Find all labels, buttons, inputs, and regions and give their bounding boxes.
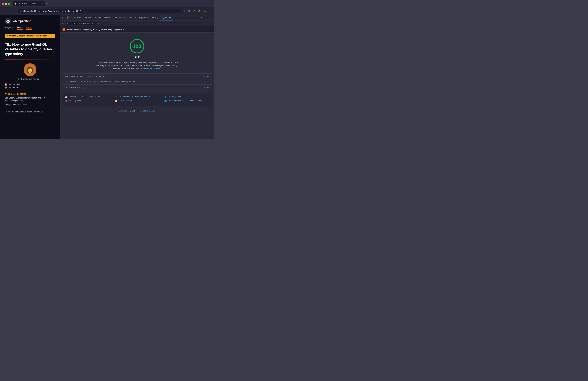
forward-button[interactable]: → (7, 9, 11, 13)
captured-at-text: Captured at Feb 13, 2022, 7:56 PM GMT (69, 96, 101, 98)
nav-about[interactable]: About (26, 26, 32, 30)
passed-audits-header[interactable]: PASSED AUDITS (14) Show (63, 85, 211, 91)
read-icon: ⚡ (5, 86, 7, 89)
brave-shield-icon[interactable]: 🛡 (192, 9, 196, 13)
device-toggle-button[interactable]: 📱 (65, 16, 70, 20)
lighthouse-url-text: https://mk2-p4nth3rblog.netlify.app/blog… (67, 28, 208, 31)
devtools-settings-icons: ⚙ ⋮ ✕ (200, 16, 213, 20)
nav-projects[interactable]: Projects (5, 26, 13, 30)
site-logo: 🐼 (5, 18, 11, 24)
site-header: 🐼 whitep4nth3r (0, 15, 60, 26)
title-divider (5, 59, 55, 60)
devtools-close-button[interactable]: ✕ (209, 16, 213, 20)
tab-close-button[interactable]: × (42, 3, 43, 5)
devtools-session-row: + ◎ 19:56:07 - mk2-p4nth3rblog.n ▾ ⊘ (60, 21, 214, 26)
additional-items-header[interactable]: ADDITIONAL ITEMS TO MANUALLY CHECK (1) S… (63, 74, 211, 80)
tab-security[interactable]: Security (150, 15, 160, 21)
devtools-settings-button[interactable]: ⚙ (200, 16, 204, 20)
additional-items-section: ADDITIONAL ITEMS TO MANUALLY CHECK (1) S… (63, 73, 211, 85)
bookmark-button[interactable]: ☆ (183, 9, 186, 13)
initial-load-text: Initial page load (68, 100, 81, 102)
close-traffic-light[interactable] (2, 3, 4, 5)
brave-lens-icon[interactable]: 👓 (203, 9, 207, 13)
passed-audits-section: PASSED AUDITS (14) Show (63, 85, 211, 91)
back-button[interactable]: ← (2, 9, 6, 13)
lighthouse-url-bar: ! https://mk2-p4nth3rblog.netlify.app/bl… (60, 26, 214, 33)
blog-sidebar: 🐼 whitep4nth3r Projects Posts About ↻ Or… (0, 15, 60, 139)
additional-items-label: ADDITIONAL ITEMS TO MANUALLY CHECK (1) (65, 76, 107, 78)
toc-arrow-1: → (23, 100, 25, 102)
footer-initial-load: ⏱ Initial page load (65, 100, 110, 102)
user-icon: 👤 (164, 96, 167, 98)
tab-elements[interactable]: Elements (71, 15, 82, 21)
url-input[interactable] (18, 9, 181, 13)
site-name: whitep4nth3r (13, 20, 31, 23)
author-emoji: 👩 (26, 66, 34, 73)
footer-col-1: 📅 Captured at Feb 13, 2022, 7:56 PM GMT … (65, 96, 110, 104)
lock-icon: 🔒 (19, 10, 22, 12)
maximize-traffic-light[interactable] (8, 3, 10, 5)
tab-network[interactable]: Network (103, 15, 113, 21)
url-container: 🔒 (18, 9, 181, 13)
session-clear-button[interactable]: ⊘ (97, 22, 101, 25)
lighthouse-score-section: 100 SEO These checks ensure that your pa… (60, 36, 214, 73)
toc-item-1[interactable]: Use GraphQL variables for type safety an… (5, 96, 55, 102)
devtools-panel: ⬚ 📱 Elements Console Sources Network Per… (60, 15, 214, 139)
emulated-device-link[interactable]: Emulated Moto G4 with Lighthouse 9.1.0 (118, 96, 150, 98)
devtools-tabs: Elements Console Sources Network Perform… (70, 15, 173, 21)
read-time: ⚡ 4 min read (5, 86, 55, 89)
throttling-link[interactable]: Slow 4G throttling (118, 100, 132, 102)
devtools-toolbar: ⬚ 📱 Elements Console Sources Network Per… (60, 15, 214, 21)
score-description: These checks ensure that your page is fo… (96, 61, 179, 70)
tab-memory[interactable]: Memory (127, 15, 137, 21)
generated-version: 9.1.0 (140, 110, 144, 112)
tab-sources[interactable]: Sources (92, 15, 103, 21)
lh-warning-icon: ! (63, 28, 65, 31)
file-issue-link[interactable]: File an issue (145, 110, 155, 112)
browser-tab[interactable]: T TIL: How to use GraphQL vari... × (13, 1, 44, 6)
tab-end-controls: ⌄ (210, 2, 212, 5)
site-nav: Projects Posts About (0, 26, 60, 32)
passed-audits-show-button[interactable]: Show (204, 87, 209, 89)
tab-performance[interactable]: Performance (113, 15, 127, 21)
lighthouse-more-button[interactable]: ⋮ (209, 28, 211, 31)
additional-items-show-button[interactable]: Show (204, 75, 209, 78)
lighthouse-content: 100 SEO These checks ensure that your pa… (60, 33, 214, 139)
read-text: 4 min read (9, 86, 18, 89)
new-tab-button[interactable]: + (45, 1, 49, 6)
reload-button[interactable]: ↻ (13, 9, 16, 13)
date-icon: 📅 (5, 83, 7, 86)
nav-posts[interactable]: Posts (17, 26, 23, 30)
devtools-more-button[interactable]: ⋮ (204, 16, 208, 20)
date-text: 21 Oct 2021 (9, 83, 20, 86)
globe-icon: 🌐 (164, 100, 167, 102)
toc-item-2[interactable]: Going further with more types→ (5, 103, 55, 106)
tab-console[interactable]: Console (82, 15, 92, 21)
browser-more-icon[interactable]: ⋮ (208, 9, 212, 13)
add-session-button[interactable]: + (61, 22, 64, 25)
score-desc-end: . (161, 67, 161, 69)
chromium-link[interactable]: Using Chromium 98.0.4758.87 with devtool… (168, 100, 203, 102)
session-selector: ◎ 19:56:07 - mk2-p4nth3rblog.n ▾ (66, 22, 96, 25)
minimize-traffic-light[interactable] (5, 3, 7, 5)
tab-lighthouse[interactable]: Lighthouse (160, 15, 172, 21)
tab-favicon: T (15, 2, 16, 5)
lighthouse-footer-card: 📅 Captured at Feb 13, 2022, 7:56 PM GMT … (63, 93, 211, 106)
author-avatar: 👩 (24, 63, 36, 76)
learn-more-link[interactable]: Learn more (150, 67, 160, 69)
post-preview: One of the things I love about GraphQL i… (0, 109, 60, 115)
device-icon: 📱 (115, 96, 117, 98)
wifi-icon: 📶 (115, 100, 117, 102)
author-section: 👩 by Salma Alam-Naylor → (0, 61, 60, 82)
devtools-menu-icon[interactable]: ≡ (188, 9, 190, 13)
tab-title: TIL: How to use GraphQL vari... (18, 2, 40, 5)
inspect-element-button[interactable]: ⬚ (61, 16, 65, 20)
tab-application[interactable]: Application (137, 15, 150, 21)
core-web-vitals-link[interactable]: Core Web Vitals (135, 67, 148, 69)
session-label: 19:56:07 - mk2-p4nth3rblog.n (69, 22, 92, 24)
toc-arrow-2: → (31, 104, 32, 106)
author-link[interactable]: by Salma Alam-Naylor → (18, 78, 42, 80)
footer-single-page-load: 👤 Single page load (164, 96, 209, 98)
single-page-load-link[interactable]: Single page load (168, 96, 181, 98)
extensions-icon[interactable]: 🧩 (197, 9, 201, 13)
